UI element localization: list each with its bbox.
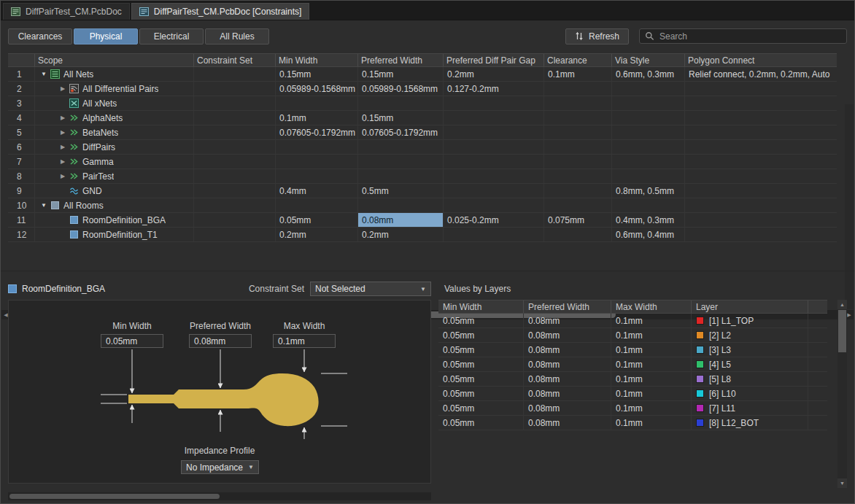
scope-cell[interactable]: RoomDefinition_T1 (35, 228, 194, 241)
grid-row[interactable]: 1▼All Nets0.15mm0.15mm0.2mm0.1mm0.6mm, 0… (8, 67, 837, 82)
layer-row[interactable]: 0.05mm0.08mm0.1mm[6] L10 (438, 387, 827, 401)
cell-min-width[interactable]: 0.05989-0.1568mm (276, 82, 358, 96)
cell-diff-pair-gap[interactable] (444, 155, 544, 168)
expand-arrow-icon[interactable]: ▶ (58, 115, 68, 121)
scope-cell[interactable]: ▶BetaNets (35, 125, 194, 139)
cell-clearance[interactable] (544, 140, 612, 154)
cell-min-width[interactable]: 0.05mm (276, 213, 358, 227)
layer-cell-preferred-width[interactable]: 0.08mm (524, 416, 611, 430)
layer-cell-preferred-width[interactable]: 0.08mm (524, 357, 611, 371)
cell-polygon-connect[interactable] (685, 125, 837, 139)
grid-row[interactable]: 4▶AlphaNets0.1mm0.15mm (8, 111, 837, 125)
layer-cell-min-width[interactable]: 0.05mm (438, 372, 524, 386)
cell-constraint-set[interactable] (194, 111, 276, 125)
header-preferred-diff-pair-gap[interactable]: Preferred Diff Pair Gap (444, 54, 544, 66)
detail-hscroll-thumb[interactable] (9, 494, 220, 499)
cell-via-style[interactable]: 0.6mm, 0.4mm (612, 228, 685, 241)
cell-constraint-set[interactable] (194, 213, 276, 227)
cell-via-style[interactable] (612, 111, 685, 125)
cell-constraint-set[interactable] (194, 67, 276, 81)
cell-polygon-connect[interactable] (685, 184, 837, 198)
scope-cell[interactable]: ▶Gamma (35, 155, 194, 168)
cell-preferred-width[interactable]: 0.2mm (358, 228, 444, 241)
cell-diff-pair-gap[interactable] (444, 169, 544, 183)
layer-cell-max-width[interactable]: 0.1mm (611, 416, 692, 430)
layer-cell-min-width[interactable]: 0.05mm (438, 314, 524, 327)
cell-diff-pair-gap[interactable] (444, 228, 544, 241)
search-input[interactable] (659, 31, 841, 42)
cell-diff-pair-gap[interactable] (444, 140, 544, 154)
scope-cell[interactable]: GND (35, 184, 194, 198)
cell-min-width[interactable]: 0.07605-0.1792mm (276, 125, 358, 139)
cell-polygon-connect[interactable] (685, 169, 837, 183)
cell-via-style[interactable] (612, 155, 685, 168)
grid-row[interactable]: 6▶DiffPairs (8, 140, 837, 155)
grid-row[interactable]: 3All xNets (8, 96, 837, 111)
layers-header-max-width[interactable]: Max Width (611, 301, 692, 313)
cell-via-style[interactable] (612, 82, 685, 96)
cell-diff-pair-gap[interactable]: 0.025-0.2mm (444, 213, 544, 227)
cell-diff-pair-gap[interactable] (444, 125, 544, 139)
grid-row[interactable]: 2▶All Differential Pairs0.05989-0.1568mm… (8, 82, 837, 96)
scope-cell[interactable]: ▼All Nets (35, 67, 194, 81)
cell-constraint-set[interactable] (194, 125, 276, 139)
cell-preferred-width[interactable] (358, 198, 444, 212)
layer-cell-min-width[interactable]: 0.05mm (438, 343, 524, 357)
layer-cell-max-width[interactable]: 0.1mm (611, 357, 692, 371)
cell-clearance[interactable] (544, 228, 612, 241)
cell-min-width[interactable]: 0.15mm (276, 67, 358, 81)
cell-constraint-set[interactable] (194, 140, 276, 154)
scope-cell[interactable]: ▶PairTest (35, 169, 194, 183)
cell-diff-pair-gap[interactable] (444, 184, 544, 198)
layer-cell-preferred-width[interactable]: 0.08mm (524, 387, 611, 400)
grid-row[interactable]: 5▶BetaNets0.07605-0.1792mm0.07605-0.1792… (8, 125, 837, 140)
layer-cell-max-width[interactable]: 0.1mm (611, 401, 692, 415)
cell-diff-pair-gap[interactable] (444, 96, 544, 110)
expand-arrow-icon[interactable]: ▶ (58, 129, 68, 136)
scope-cell[interactable]: ▶DiffPairs (35, 140, 194, 154)
scope-cell[interactable]: ▶AlphaNets (35, 111, 194, 125)
panel-splitter[interactable] (1, 271, 854, 278)
layer-cell-max-width[interactable]: 0.1mm (611, 387, 692, 400)
layer-row[interactable]: 0.05mm0.08mm0.1mm[5] L8 (438, 372, 827, 387)
cell-via-style[interactable] (612, 198, 685, 212)
cell-preferred-width[interactable] (358, 140, 444, 154)
cell-preferred-width[interactable]: 0.08mm (358, 213, 444, 227)
expand-arrow-icon[interactable]: ▶ (58, 85, 68, 92)
cell-min-width[interactable] (276, 198, 358, 212)
grid-row[interactable]: 7▶Gamma (8, 155, 837, 169)
layer-row[interactable]: 0.05mm0.08mm0.1mm[8] L12_BOT (438, 416, 827, 430)
layer-row[interactable]: 0.05mm0.08mm0.1mm[3] L3 (438, 343, 827, 357)
cell-min-width[interactable] (276, 140, 358, 154)
cell-clearance[interactable] (544, 169, 612, 183)
cell-clearance[interactable]: 0.1mm (544, 67, 612, 81)
cell-polygon-connect[interactable] (685, 213, 837, 227)
layer-row[interactable]: 0.05mm0.08mm0.1mm[1] L1_TOP (438, 314, 827, 328)
cell-polygon-connect[interactable]: Relief connect, 0.2mm, 0.2mm, Auto (685, 67, 837, 81)
layer-cell-min-width[interactable]: 0.05mm (438, 328, 524, 342)
layer-cell-max-width[interactable]: 0.1mm (611, 372, 692, 386)
header-constraint-set[interactable]: Constraint Set (194, 54, 276, 66)
cell-polygon-connect[interactable] (685, 96, 837, 110)
cell-polygon-connect[interactable] (685, 198, 837, 212)
layer-cell-preferred-width[interactable]: 0.08mm (524, 343, 611, 357)
scope-cell[interactable]: ▶All Differential Pairs (35, 82, 194, 96)
cell-clearance[interactable] (544, 82, 612, 96)
cell-polygon-connect[interactable] (685, 140, 837, 154)
refresh-button[interactable]: Refresh (565, 28, 629, 44)
constraint-set-dropdown[interactable]: Not Selected ▼ (310, 282, 431, 296)
expand-arrow-icon[interactable]: ▶ (58, 144, 68, 150)
min-width-input[interactable]: 0.05mm (101, 334, 163, 348)
layer-cell-layer[interactable]: [8] L12_BOT (692, 416, 808, 430)
scope-cell[interactable]: All xNets (35, 96, 194, 110)
layers-header-layer[interactable]: Layer (692, 301, 808, 313)
layers-vertical-scrollbar[interactable]: ▲ ▼ (837, 300, 847, 488)
layer-row[interactable]: 0.05mm0.08mm0.1mm[2] L2 (438, 328, 827, 343)
doc-tab-constraints[interactable]: DiffPairTest_CM.PcbDoc [Constraints] (131, 3, 310, 20)
layers-header-min-width[interactable]: Min Width (438, 301, 524, 313)
cell-constraint-set[interactable] (194, 82, 276, 96)
expand-arrow-icon[interactable]: ▶ (58, 173, 68, 179)
layer-row[interactable]: 0.05mm0.08mm0.1mm[4] L5 (438, 357, 827, 372)
cell-clearance[interactable] (544, 125, 612, 139)
grid-row[interactable]: 12RoomDefinition_T10.2mm0.2mm0.6mm, 0.4m… (8, 228, 837, 242)
